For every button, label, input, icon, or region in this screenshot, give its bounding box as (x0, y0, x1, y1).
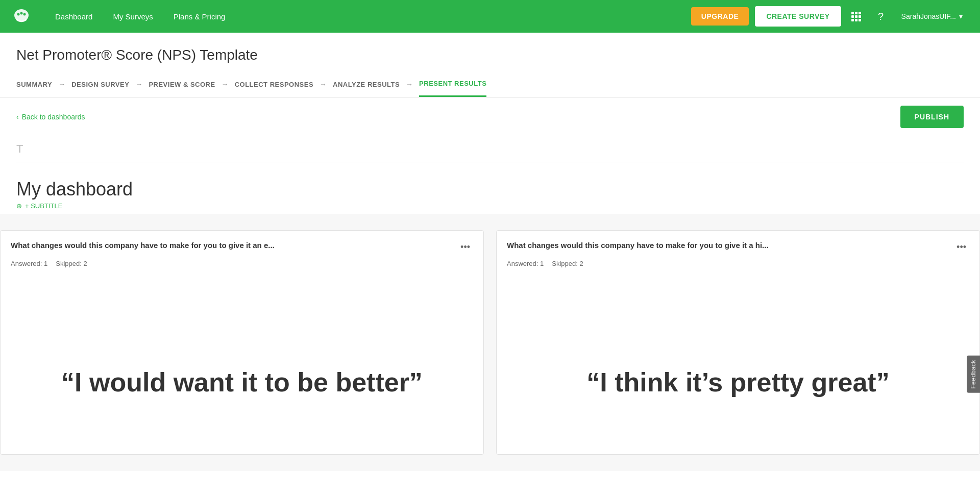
dashboard-title-area: My dashboard ⊕ + SUBTITLE (16, 166, 964, 214)
step-nav: SUMMARY → DESIGN SURVEY → PREVIEW & SCOR… (0, 71, 980, 97)
step-summary[interactable]: SUMMARY (16, 72, 52, 96)
page-title: Net Promoter® Score (NPS) Template (16, 47, 964, 63)
card-2-header: What changes would this company have to … (497, 231, 979, 260)
card-2-skipped: Skipped: 2 (552, 260, 583, 267)
card-1-question: What changes would this company have to … (11, 241, 457, 250)
step-arrow-3: → (222, 80, 229, 88)
step-arrow-1: → (58, 80, 65, 88)
card-2: What changes would this company have to … (496, 230, 980, 455)
top-nav: Dashboard My Surveys Plans & Pricing UPG… (0, 0, 980, 33)
nav-dashboard[interactable]: Dashboard (47, 8, 101, 25)
svg-point-1 (17, 13, 20, 16)
chevron-down-icon: ▾ (959, 12, 963, 20)
nav-actions: UPGRADE CREATE SURVEY ? SarahJonasUIF...… (691, 6, 968, 27)
card-2-question: What changes would this company have to … (507, 241, 953, 250)
card-1-body: “I would want it to be better” (1, 276, 483, 429)
text-input-area: T (16, 136, 964, 162)
card-2-menu-button[interactable]: ••• (953, 241, 969, 254)
toolbar-row: ‹ Back to dashboards PUBLISH (16, 97, 964, 136)
card-2-quote: “I think it’s pretty great” (576, 346, 899, 418)
create-survey-button[interactable]: CREATE SURVEY (755, 6, 841, 27)
step-arrow-2: → (135, 80, 142, 88)
text-icon[interactable]: T (16, 142, 23, 155)
content-area: ‹ Back to dashboards PUBLISH T My dashbo… (0, 97, 980, 214)
step-design-survey[interactable]: DESIGN SURVEY (71, 72, 129, 96)
card-1-header: What changes would this company have to … (1, 231, 483, 260)
card-2-answered: Answered: 1 (507, 260, 544, 267)
card-1: What changes would this company have to … (0, 230, 484, 455)
step-analyze-results[interactable]: ANALYZE RESULTS (333, 72, 400, 96)
dashboard-title[interactable]: My dashboard (16, 179, 964, 200)
step-arrow-4: → (320, 80, 327, 88)
svg-point-2 (20, 12, 23, 15)
nav-links: Dashboard My Surveys Plans & Pricing (47, 8, 691, 25)
step-arrow-5: → (406, 80, 413, 88)
publish-button[interactable]: PUBLISH (900, 106, 964, 128)
card-2-body: “I think it’s pretty great” (497, 276, 979, 429)
grid-icon-button[interactable] (847, 7, 866, 26)
user-name: SarahJonasUIF... (901, 12, 956, 20)
step-present-results[interactable]: PRESENT RESULTS (419, 71, 486, 97)
card-1-skipped: Skipped: 2 (56, 260, 87, 267)
card-1-answered: Answered: 1 (11, 260, 47, 267)
grid-icon (851, 12, 861, 21)
user-menu[interactable]: SarahJonasUIF... ▾ (896, 9, 968, 23)
svg-point-3 (23, 13, 26, 16)
card-2-meta: Answered: 1 Skipped: 2 (497, 260, 979, 276)
logo[interactable] (12, 7, 31, 26)
help-icon-button[interactable]: ? (872, 7, 890, 26)
step-collect-responses[interactable]: COLLECT RESPONSES (235, 72, 313, 96)
feedback-button[interactable]: Feedback (967, 356, 980, 393)
cards-area: What changes would this company have to … (0, 214, 980, 471)
help-icon: ? (878, 11, 884, 22)
upgrade-button[interactable]: UPGRADE (691, 7, 749, 26)
card-1-quote: “I would want it to be better” (51, 346, 433, 418)
card-1-menu-button[interactable]: ••• (457, 241, 473, 254)
step-preview-score[interactable]: PREVIEW & SCORE (149, 72, 215, 96)
nav-my-surveys[interactable]: My Surveys (105, 8, 161, 25)
card-1-meta: Answered: 1 Skipped: 2 (1, 260, 483, 276)
nav-plans-pricing[interactable]: Plans & Pricing (165, 8, 234, 25)
page-title-area: Net Promoter® Score (NPS) Template (0, 33, 980, 71)
subtitle-label: + SUBTITLE (25, 202, 62, 210)
chevron-left-icon: ‹ (16, 113, 19, 121)
back-to-dashboards-link[interactable]: ‹ Back to dashboards (16, 113, 85, 121)
back-label: Back to dashboards (22, 113, 85, 121)
plus-icon: ⊕ (16, 202, 22, 210)
add-subtitle-button[interactable]: ⊕ + SUBTITLE (16, 202, 964, 210)
